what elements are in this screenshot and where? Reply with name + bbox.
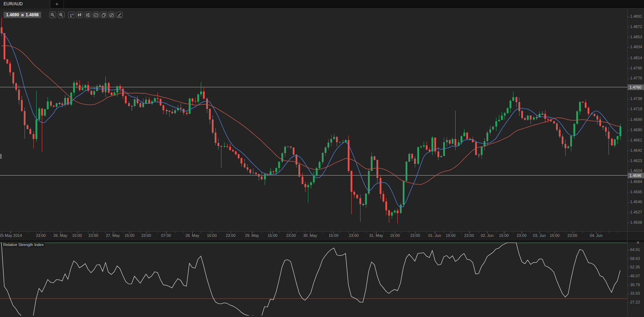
chart-type-button[interactable] [76, 12, 83, 18]
timeframe-button[interactable]: 1H [68, 12, 75, 18]
edit-note-button[interactable] [108, 12, 115, 18]
rsi-curve [1, 243, 620, 316]
left-panel-handle[interactable] [0, 154, 2, 159]
tab-label: EUR/AUD [4, 1, 23, 6]
zoom-out-button[interactable] [49, 12, 56, 18]
chart-canvas[interactable] [0, 0, 644, 317]
bid-price: 1.4690 [6, 12, 19, 18]
candlestick-chart-icon [77, 13, 82, 17]
candles-layer [1, 18, 621, 224]
zoom-in-icon [59, 13, 64, 17]
indicators-button[interactable] [84, 12, 91, 18]
edit-icon [109, 13, 114, 17]
duplicate-chart-button[interactable] [100, 12, 107, 18]
drawing-pen-button[interactable] [116, 12, 123, 18]
new-tab-button[interactable]: + [50, 0, 64, 9]
rsi-layer [1, 243, 620, 316]
chart-mode-button[interactable] [93, 12, 99, 18]
tab-euraud[interactable]: EUR/AUD [0, 0, 50, 9]
chart-frame-icon [94, 13, 98, 17]
duplicate-icon [101, 13, 106, 17]
rsi-close-icon[interactable]: × [637, 240, 639, 245]
ask-price: 1.4698 [26, 12, 39, 18]
indicators-icon [86, 13, 90, 17]
rsi-panel-title: Relative Strength Index [2, 243, 45, 247]
quote-box: 1.4690 1.4698 [4, 12, 41, 18]
zoom-out-icon [50, 13, 55, 17]
spread-indicator-icon [21, 14, 24, 16]
tab-bar: EUR/AUD + [0, 0, 644, 9]
timeframe-label: 1H [70, 13, 73, 17]
pen-icon [117, 13, 122, 17]
zoom-in-button[interactable] [58, 12, 65, 18]
ma-line-26 [1, 46, 620, 185]
